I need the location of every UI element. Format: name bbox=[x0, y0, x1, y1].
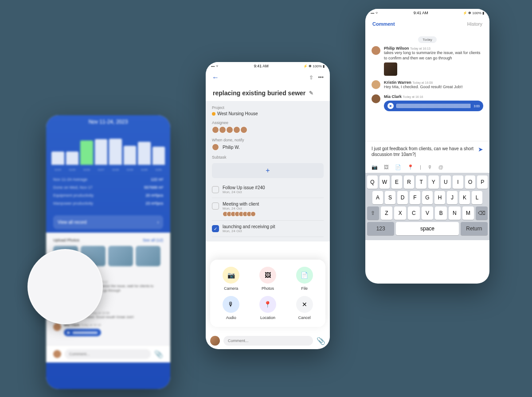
status-bar: ••• ᯤ 9:41 AM ⚡ ✽ 100% ▮ bbox=[206, 62, 330, 70]
file-icon: 📄 bbox=[301, 272, 308, 279]
mic-icon[interactable]: 🎙 bbox=[427, 164, 432, 170]
date-range-header: Nov 11-24, 2023 bbox=[46, 115, 170, 128]
key[interactable]: W bbox=[379, 175, 390, 189]
avatar bbox=[372, 46, 380, 55]
key[interactable]: R bbox=[404, 175, 415, 189]
project-color-dot bbox=[212, 112, 215, 116]
stat-row: Equipment productivity20 m²/pcs bbox=[53, 191, 163, 199]
file-option[interactable]: 📄File bbox=[287, 267, 322, 291]
comment-input[interactable] bbox=[65, 349, 151, 359]
camera-icon: 📷 bbox=[227, 272, 235, 279]
checkbox[interactable] bbox=[212, 186, 219, 193]
key[interactable]: I bbox=[453, 175, 463, 189]
photos-icon: 🖼 bbox=[265, 272, 271, 279]
key[interactable]: Y bbox=[428, 175, 439, 189]
play-icon[interactable]: ▶ bbox=[387, 103, 394, 109]
back-button[interactable]: ← bbox=[212, 74, 219, 82]
magnifier-overlay bbox=[27, 249, 103, 324]
subtask-item[interactable]: ✓ launching and receiving pit Mon, 24 Oc… bbox=[212, 221, 324, 237]
project-value[interactable]: West Nursing House bbox=[212, 111, 324, 116]
view-all-record-button[interactable]: View all record› bbox=[53, 215, 163, 229]
shift-key[interactable]: ⇧ bbox=[367, 206, 379, 220]
key[interactable]: E bbox=[391, 175, 402, 189]
space-key[interactable]: space bbox=[396, 222, 458, 235]
gallery-icon[interactable]: 🖼 bbox=[384, 164, 389, 170]
comment-item: Philip Wilson Today at 16:13 takes very … bbox=[372, 46, 483, 76]
backspace-key[interactable]: ⌫ bbox=[476, 206, 488, 220]
key[interactable]: D bbox=[397, 191, 408, 204]
stat-row: Done on Wed, Nov 17557688 m² bbox=[53, 183, 163, 191]
key[interactable]: T bbox=[416, 175, 426, 189]
audio-message[interactable]: ▶ 3:03 bbox=[384, 101, 483, 111]
key[interactable]: C bbox=[408, 206, 420, 220]
key[interactable]: Z bbox=[381, 206, 393, 220]
audio-message[interactable]: ▶ bbox=[64, 329, 101, 336]
key[interactable]: L bbox=[472, 191, 482, 204]
see-all-link[interactable]: See all (12) bbox=[143, 238, 163, 242]
key[interactable]: H bbox=[434, 191, 445, 204]
comment-item: Kristin Warren Today at 16:08 Hey Mia, I… bbox=[372, 80, 483, 90]
key[interactable]: F bbox=[410, 191, 420, 204]
mention-icon[interactable]: @ bbox=[438, 164, 443, 170]
location-icon[interactable]: 📍 bbox=[407, 164, 414, 170]
key[interactable]: B bbox=[435, 206, 447, 220]
avatar bbox=[372, 80, 380, 89]
key[interactable]: G bbox=[422, 191, 433, 204]
comment-item: Mia Clark Today at 16:16 ▶ 3:03 bbox=[372, 94, 483, 111]
key[interactable]: N bbox=[449, 206, 461, 220]
attached-thumbnail[interactable] bbox=[384, 62, 397, 76]
cancel-option[interactable]: ✕Cancel bbox=[287, 296, 322, 320]
key[interactable]: V bbox=[422, 206, 434, 220]
key[interactable]: O bbox=[465, 175, 476, 189]
key[interactable]: U bbox=[441, 175, 451, 189]
upload-photos-label: Upload Photos bbox=[53, 238, 79, 242]
waveform bbox=[396, 104, 471, 108]
attach-icon[interactable]: 📎 bbox=[317, 337, 325, 345]
key[interactable]: J bbox=[447, 191, 458, 204]
key[interactable]: P bbox=[477, 175, 488, 189]
checkbox-checked[interactable]: ✓ bbox=[212, 225, 219, 232]
key[interactable]: S bbox=[385, 191, 395, 204]
current-user-avatar bbox=[210, 336, 220, 346]
more-icon[interactable]: ••• bbox=[318, 74, 324, 81]
comment-input[interactable] bbox=[223, 336, 313, 346]
key[interactable]: A bbox=[372, 191, 383, 204]
status-bar: ••• ᯤ 9:41 AM ⚡ ✽ 100% ▮ bbox=[365, 9, 489, 17]
assignee-label: Assignee bbox=[212, 121, 324, 125]
add-subtask-button[interactable]: + bbox=[212, 163, 324, 178]
project-label: Project bbox=[212, 105, 324, 110]
keyboard: Q W E R T Y U I O P A S D F G H J K L ⇧ … bbox=[365, 173, 489, 240]
subtask-item[interactable]: Meeting with client Mon, 24 Oct bbox=[212, 198, 324, 221]
audio-option[interactable]: 🎙Audio bbox=[214, 296, 249, 320]
edit-icon[interactable]: ✎ bbox=[309, 90, 313, 96]
tab-history[interactable]: History bbox=[467, 21, 482, 27]
key[interactable]: M bbox=[462, 206, 474, 220]
phone-task-detail: ••• ᯤ 9:41 AM ⚡ ✽ 100% ▮ ← ⇧ ••• replaci… bbox=[206, 62, 330, 349]
return-key[interactable]: Return bbox=[461, 222, 488, 235]
close-icon: ✕ bbox=[302, 301, 307, 308]
mic-icon: 🎙 bbox=[228, 301, 234, 308]
checkbox[interactable] bbox=[212, 202, 219, 210]
key[interactable]: X bbox=[394, 206, 406, 220]
notify-label: When done, notify bbox=[212, 138, 324, 142]
bar-chart bbox=[46, 128, 170, 168]
current-user-avatar bbox=[53, 350, 61, 358]
share-icon[interactable]: ⇧ bbox=[309, 74, 313, 81]
attach-icon[interactable]: 📎 bbox=[154, 350, 163, 358]
numbers-key[interactable]: 123 bbox=[367, 222, 394, 235]
camera-icon[interactable]: 📷 bbox=[372, 164, 378, 170]
notify-value[interactable]: Philip W. bbox=[212, 144, 324, 151]
key[interactable]: Q bbox=[367, 175, 378, 189]
tab-comment[interactable]: Comment bbox=[372, 21, 395, 27]
send-button[interactable]: ➤ bbox=[478, 146, 483, 153]
key[interactable]: K bbox=[459, 191, 470, 204]
subtask-item[interactable]: Follow Up issue #240 Mon, 24 Oct bbox=[212, 182, 324, 198]
camera-option[interactable]: 📷Camera bbox=[214, 267, 249, 291]
location-option[interactable]: 📍Location bbox=[250, 296, 286, 320]
stat-row: Nov 11-24 Average122 m² bbox=[53, 175, 163, 183]
avatar bbox=[53, 323, 61, 331]
assignee-avatars[interactable] bbox=[212, 126, 324, 133]
photos-option[interactable]: 🖼Photos bbox=[250, 267, 286, 291]
compose-input[interactable]: I just got feedback from clients, can we… bbox=[372, 146, 474, 157]
file-icon[interactable]: 📄 bbox=[395, 164, 401, 170]
